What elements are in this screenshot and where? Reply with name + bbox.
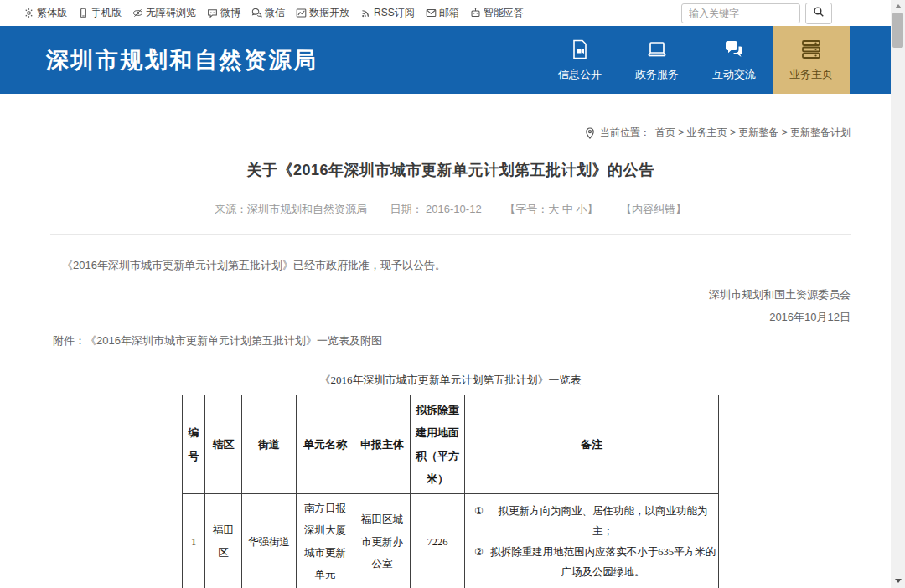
topbar-link-eye-slash[interactable]: 无障碍浏览 [132,6,196,20]
chart-icon [296,8,307,18]
breadcrumb-label: 当前位置： [600,126,650,140]
breadcrumb: 当前位置： 首页 > 业务主页 > 更新整备 > 更新整备计划 [50,126,851,140]
wechat-icon [251,8,262,18]
topbar-link-label: 微博 [220,6,240,20]
nav-item-label: 信息公开 [558,67,602,82]
attachment-line: 附件：《2016年深圳市城市更新单元计划第五批计划》一览表及附图 [53,333,851,348]
cell-applicant: 福田区城市更新办公室 [354,494,411,588]
gear-icon [23,8,34,18]
topbar-link-label: 微信 [265,6,285,20]
rss-icon [360,8,371,18]
cell-no: 1 [183,494,205,588]
topbar-link-chart[interactable]: 数据开放 [296,6,349,20]
cell-area: 7226 [411,494,465,588]
weibo-icon [207,8,218,18]
plan-table: 编号辖区街道单元名称申报主体拟拆除重建用地面积（平方米）备注 1福田区华强街道南… [182,395,719,588]
browser-viewport: 繁体版手机版无障碍浏览微博微信数据开放RSS订阅邮箱智能应答 深圳市规划和自然资… [0,0,905,588]
eye-slash-icon [132,8,143,18]
main-nav: 信息公开政务服务互动交流业务主页 [541,26,850,94]
remark-text: 拟拆除重建用地范围内应落实不小于635平方米的广场及公园绿地。 [490,542,716,583]
scrollbar-thumb[interactable] [892,13,903,48]
nav-item-chat[interactable]: 互动交流 [696,26,773,94]
topbar-search [681,3,832,24]
vertical-scrollbar[interactable] [891,0,905,588]
topbar-link-label: 数据开放 [309,6,349,20]
table-row: 1福田区华强街道南方日报深圳大厦城市更新单元福田区城市更新办公室7226①拟更新… [183,494,719,588]
divider [50,234,851,235]
article-date: 日期： 2016-10-12 [390,203,482,215]
topbar-link-rss[interactable]: RSS订阅 [360,6,415,20]
content-correction-link[interactable]: 【内容纠错】 [621,203,686,215]
site-title: 深圳市规划和自然资源局 [46,45,318,75]
topbar-link-gear[interactable]: 繁体版 [23,6,67,20]
table-header-cell: 单元名称 [297,395,354,494]
remark-number: ② [468,542,490,583]
topbar-link-label: RSS订阅 [374,6,415,20]
table-header-cell: 辖区 [205,395,242,494]
document-icon [569,39,591,60]
chat-icon [723,39,745,60]
attachment-label: 附件： [53,334,85,347]
article-content: 当前位置： 首页 > 业务主页 > 更新整备 > 更新整备计划 关于《2016年… [0,126,891,588]
server-icon [800,39,822,60]
topbar-link-label: 手机版 [91,6,122,20]
topbar-link-label: 智能应答 [484,6,524,20]
table-header-cell: 拟拆除重建用地面积（平方米） [411,395,465,494]
search-icon [813,6,825,20]
page-title: 关于《2016年深圳市城市更新单元计划第五批计划》的公告 [50,160,851,180]
search-input[interactable] [681,3,800,23]
cell-unit-name: 南方日报深圳大厦城市更新单元 [297,494,354,588]
plan-table-body: 1福田区华强街道南方日报深圳大厦城市更新单元福田区城市更新办公室7226①拟更新… [183,494,719,588]
breadcrumb-path[interactable]: 首页 > 业务主页 > 更新整备 > 更新整备计划 [655,126,851,140]
location-pin-icon [585,127,595,139]
remark-item: ①拟更新方向为商业、居住功能，以商业功能为主； [468,501,716,542]
remark-text: 拟更新方向为商业、居住功能，以商业功能为主； [490,501,716,542]
table-header-cell: 申报主体 [354,395,411,494]
nav-item-label: 互动交流 [712,67,756,82]
scrollbar-up-arrow[interactable] [891,0,905,12]
nav-item-label: 政务服务 [635,67,679,82]
remark-number: ① [468,501,490,542]
laptop-icon [646,39,668,60]
signature: 深圳市规划和国土资源委员会 [50,287,851,302]
cell-remarks: ①拟更新方向为商业、居住功能，以商业功能为主；②拟拆除重建用地范围内应落实不小于… [465,494,719,588]
topbar-link-label: 繁体版 [37,6,67,20]
scrollbar-down-arrow[interactable] [891,575,905,586]
search-button[interactable] [805,3,832,24]
table-header-cell: 街道 [242,395,297,494]
topbar-link-phone[interactable]: 手机版 [78,6,122,20]
mail-icon [426,8,437,18]
nav-item-label: 业务主页 [789,67,833,82]
attachment-link[interactable]: 《2016年深圳市城市更新单元计划第五批计划》一览表及附图 [85,334,382,347]
table-header-cell: 备注 [465,395,719,494]
table-header-row: 编号辖区街道单元名称申报主体拟拆除重建用地面积（平方米）备注 [183,395,719,494]
table-header-cell: 编号 [183,395,205,494]
signature-date: 2016年10月12日 [50,310,851,325]
nav-item-laptop[interactable]: 政务服务 [618,26,696,94]
article-source: 来源：深圳市规划和自然资源局 [215,203,367,215]
article-meta: 来源：深圳市规划和自然资源局 日期： 2016-10-12 【字号：大 中 小】… [50,202,851,217]
topbar-link-label: 邮箱 [439,6,459,20]
nav-item-server[interactable]: 业务主页 [773,26,850,94]
cell-street: 华强街道 [242,494,297,588]
announcement-body: 《2016年深圳市城市更新单元计划第五批计划》已经市政府批准，现予以公告。 [62,258,851,273]
topbar: 繁体版手机版无障碍浏览微博微信数据开放RSS订阅邮箱智能应答 [0,0,891,26]
topbar-link-mail[interactable]: 邮箱 [426,6,459,20]
remark-item: ②拟拆除重建用地范围内应落实不小于635平方米的广场及公园绿地。 [468,542,716,583]
cell-district: 福田区 [205,494,242,588]
topbar-link-weibo[interactable]: 微博 [207,6,240,20]
site-header: 深圳市规划和自然资源局 信息公开政务服务互动交流业务主页 [0,26,891,94]
topbar-link-robot[interactable]: 智能应答 [470,6,524,20]
phone-icon [78,8,89,18]
fontsize-controls[interactable]: 【字号：大 中 小】 [504,203,597,215]
topbar-link-label: 无障碍浏览 [146,6,196,20]
nav-item-document[interactable]: 信息公开 [541,26,618,94]
table-caption: 《2016年深圳市城市更新单元计划第五批计划》一览表 [50,373,851,388]
topbar-links: 繁体版手机版无障碍浏览微博微信数据开放RSS订阅邮箱智能应答 [23,6,524,20]
topbar-link-wechat[interactable]: 微信 [251,6,285,20]
robot-icon [470,8,481,18]
page: 繁体版手机版无障碍浏览微博微信数据开放RSS订阅邮箱智能应答 深圳市规划和自然资… [0,0,891,588]
